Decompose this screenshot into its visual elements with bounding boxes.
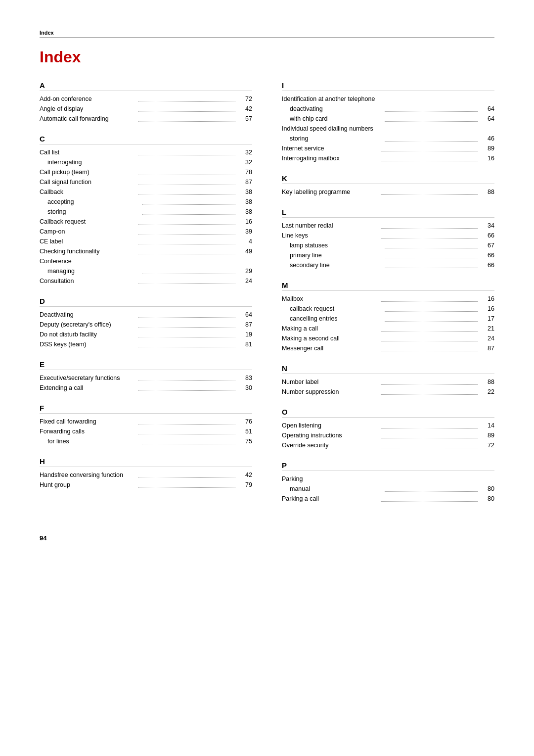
index-entry: Executive/secretary functions83 [40,373,252,383]
entry-label: Callback [40,187,136,197]
entry-page: 32 [237,157,252,167]
index-entry: Making a call21 [282,324,494,333]
entry-dots [385,260,478,268]
entry-page: 39 [237,227,252,236]
index-entry: Parking a call80 [282,494,494,504]
index-entry: with chip card64 [282,114,494,124]
entry-label: Callback request [40,217,136,227]
entry-page: 67 [480,240,494,250]
entry-page: 87 [480,343,494,353]
entry-dots [381,387,478,395]
entry-page: 79 [237,480,252,490]
index-entry: Call list32 [40,147,252,157]
entry-page: 80 [480,494,494,504]
entry-page: 16 [480,304,494,314]
index-section-c: CCall list32interrogating32Call pickup (… [40,135,252,286]
entry-page: 75 [237,436,252,446]
entry-label: Line keys [282,231,379,240]
index-entry: Callback38 [40,187,252,197]
index-entry: Parking [282,474,494,484]
entry-dots [385,240,478,248]
index-entry: callback request16 [282,304,494,314]
entry-label: Making a second call [282,333,379,343]
entry-label: callback request [282,304,383,314]
index-section-a: AAdd-on conference72Angle of display42Au… [40,81,252,124]
entry-page: 76 [237,417,252,426]
index-entry: Call signal function87 [40,177,252,187]
index-section-n: NNumber label88Number suppression22 [282,364,494,397]
entry-dots [138,104,235,112]
entry-label: Last number redial [282,221,379,231]
entry-page: 46 [480,134,494,143]
index-entry: accepting38 [40,197,252,207]
index-section-h: HHandsfree conversing function42Hunt gro… [40,457,252,490]
index-entry: Number suppression22 [282,387,494,397]
entry-dots [138,339,235,347]
entry-dots [385,114,478,122]
section-letter: I [282,81,494,91]
entry-dots [138,330,235,337]
entry-dots [138,236,235,244]
index-entry: Override security72 [282,440,494,450]
entry-dots [142,197,235,205]
page-number: 94 [40,534,494,542]
entry-dots [138,426,235,434]
entry-label: Deputy (secretary's office) [40,320,136,330]
entry-page: 38 [237,207,252,217]
entry-page: 21 [480,324,494,333]
entry-dots [142,207,235,215]
entry-label: Interrogating mailbox [282,153,379,163]
index-entry: Internet service89 [282,143,494,153]
entry-dots [385,304,478,312]
entry-dots [385,134,478,142]
entry-label: Hunt group [40,480,136,490]
entry-page: 22 [480,387,494,397]
entry-dots [138,373,235,381]
section-letter: L [282,208,494,218]
entry-dots [381,333,478,341]
index-entry: Open listening14 [282,421,494,430]
entry-dots [381,231,478,238]
entry-page: 64 [237,310,252,320]
entry-label: Call pickup (team) [40,167,136,177]
entry-label: Forwarding calls [40,426,136,436]
entry-dots [138,480,235,488]
entry-page: 81 [237,339,252,349]
index-section-l: LLast number redial34Line keys66lamp sta… [282,208,494,270]
index-entry: Key labelling programme88 [282,187,494,197]
section-letter: A [40,81,252,91]
entry-dots [385,250,478,258]
section-letter: E [40,360,252,370]
entry-dots [138,470,235,478]
entry-dots [138,310,235,318]
entry-dots [138,147,235,155]
entry-label: lamp statuses [282,240,383,250]
entry-label: managing [40,266,140,276]
index-entry: storing38 [40,207,252,217]
section-letter: N [282,364,494,374]
entry-page: 83 [237,373,252,383]
index-entry: cancelling entries17 [282,314,494,324]
index-section-f: FFixed call forwarding76Forwarding calls… [40,404,252,446]
index-section-k: KKey labelling programme88 [282,174,494,197]
entry-label: Do not disturb facility [40,330,136,339]
entry-dots [381,430,478,438]
index-entry: DSS keys (team)81 [40,339,252,349]
entry-dots [138,94,235,102]
entry-page: 66 [480,231,494,240]
index-entry: Consultation24 [40,276,252,286]
entry-label: manual [282,484,383,494]
entry-label: Handsfree conversing function [40,470,136,480]
entry-dots [138,246,235,254]
entry-label: Call list [40,147,136,157]
index-entry: Checking functionality49 [40,246,252,256]
entry-dots [385,314,478,322]
entry-label: primary line [282,250,383,260]
entry-label: Executive/secretary functions [40,373,136,383]
index-entry: interrogating32 [40,157,252,167]
entry-page: 16 [237,217,252,227]
entry-label: for lines [40,436,140,446]
entry-dots [138,276,235,284]
index-entry: Last number redial34 [282,221,494,231]
right-column: IIdentification at another telephonedeac… [282,81,494,515]
